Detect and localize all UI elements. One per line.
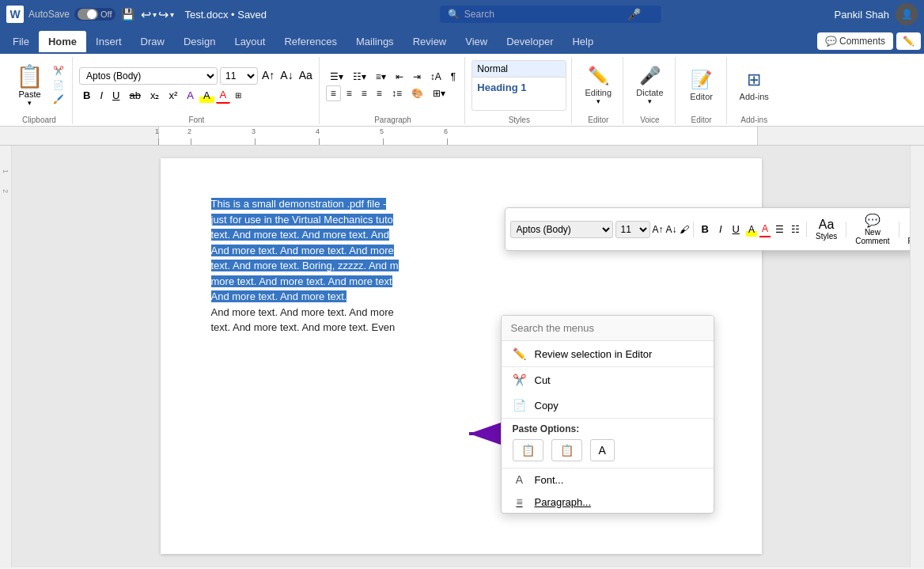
context-menu-search[interactable] [502, 316, 714, 341]
editing-dropdown-icon[interactable]: ▾ [596, 97, 600, 105]
save-button[interactable]: 💾 [120, 6, 136, 22]
cut-button[interactable]: ✂️ [50, 64, 67, 78]
paste-dropdown-icon[interactable]: ▾ [28, 99, 32, 107]
selected-text-3: text. And more text. And more text. And [211, 229, 389, 241]
tab-insert[interactable]: Insert [86, 31, 131, 52]
font-size-select[interactable]: 11 [220, 67, 258, 85]
tab-references[interactable]: References [275, 31, 346, 52]
tab-developer[interactable]: Developer [497, 31, 562, 52]
ctx-font[interactable]: A Font... [502, 468, 714, 491]
tab-draw[interactable]: Draw [131, 31, 174, 52]
ft-decrease-font-icon[interactable]: A↓ [666, 224, 677, 235]
ft-underline-button[interactable]: U [729, 222, 744, 237]
editing-control: ✏️ Editing ▾ [578, 57, 618, 113]
undo-button[interactable]: ↩ [141, 7, 151, 22]
microphone-icon: 🎤 [639, 66, 661, 86]
ft-styles-button[interactable]: Aa Styles [811, 216, 842, 242]
ctx-review-selection[interactable]: ✏️ Review selection in Editor [502, 341, 714, 366]
tab-help[interactable]: Help [562, 31, 603, 52]
tab-review[interactable]: Review [403, 31, 456, 52]
toolbar-separator-1 [693, 222, 694, 237]
dictate-dropdown-icon[interactable]: ▾ [648, 97, 652, 105]
editing-button-ribbon[interactable]: ✏️ Editing ▾ [578, 63, 618, 108]
ft-italic-button[interactable]: I [715, 222, 726, 237]
align-center-button[interactable]: ≡ [343, 85, 356, 101]
ft-increase-font-icon[interactable]: A↑ [653, 224, 664, 235]
doc-area[interactable]: This is a small demonstration .pdf file … [12, 146, 910, 567]
tab-home[interactable]: Home [39, 31, 86, 52]
microphone-icon[interactable]: 🎤 [627, 8, 641, 21]
ft-new-comment-button[interactable]: 💬 New Comment [850, 211, 894, 247]
paragraph-icon: ≡ [513, 495, 527, 508]
shading-button[interactable]: 🎨 [407, 85, 427, 101]
undo-dropdown-icon[interactable]: ▾ [153, 10, 157, 19]
increase-font-icon[interactable]: A↑ [260, 67, 276, 85]
ft-bold-button[interactable]: B [698, 222, 713, 237]
ft-bullets-icon[interactable]: ☰ [773, 222, 786, 237]
dictate-button[interactable]: 🎤 Dictate ▾ [630, 63, 669, 108]
ruler-tick-3: 3 [255, 138, 256, 145]
font-name-select[interactable]: Aptos (Body) [79, 67, 218, 85]
clipboard-group: 📋 Paste ▾ ✂️ 📄 🖌️ Clipboard [6, 57, 73, 124]
decrease-indent-button[interactable]: ⇤ [392, 70, 407, 84]
superscript-button[interactable]: x² [165, 88, 181, 103]
ctx-copy[interactable]: 📄 Copy [502, 393, 714, 418]
justify-button[interactable]: ≡ [373, 85, 386, 101]
editing-button[interactable]: ✏️ [896, 32, 921, 50]
ft-font-select[interactable]: Aptos (Body) [510, 221, 613, 238]
format-painter-button[interactable]: 🖌️ [50, 93, 67, 106]
ft-format-icon[interactable]: 🖌 [680, 224, 689, 235]
text-effect-button[interactable]: A [183, 88, 198, 103]
tab-layout[interactable]: Layout [225, 31, 275, 52]
tab-mailings[interactable]: Mailings [346, 31, 403, 52]
editor-group-label: Editor [691, 113, 711, 124]
numbering-button[interactable]: ☷▾ [349, 70, 370, 84]
font-color-button[interactable]: A [216, 87, 231, 104]
quick-access-dropdown[interactable]: ▾ [170, 10, 174, 19]
align-right-button[interactable]: ≡ [358, 85, 371, 101]
subscript-button[interactable]: x₂ [146, 88, 164, 103]
ctx-review-label: Review selection in Editor [535, 348, 653, 360]
ctx-cut[interactable]: ✂️ Cut [502, 367, 714, 393]
editor-button[interactable]: 📝 Editor [682, 66, 721, 104]
search-input[interactable] [464, 9, 623, 20]
tab-view[interactable]: View [456, 31, 497, 52]
highlight-button[interactable]: A [199, 88, 214, 103]
redo-button[interactable]: ↪ [158, 7, 169, 22]
multilevel-button[interactable]: ≡▾ [372, 70, 390, 84]
paste-text-only-button[interactable]: A [590, 439, 615, 461]
paste-merge-button[interactable]: 📋 [551, 439, 582, 461]
ft-font-color-icon[interactable]: A [759, 222, 771, 237]
addins-button[interactable]: ⊞ Add-ins [733, 66, 775, 104]
clear-format-icon[interactable]: Aa [297, 67, 314, 85]
borders-button[interactable]: ⊞▾ [429, 85, 449, 101]
strikethrough-button[interactable]: ab [125, 88, 144, 103]
tab-file[interactable]: File [3, 31, 39, 52]
paste-keep-source-button[interactable]: 📋 [513, 439, 543, 461]
ctx-paragraph[interactable]: ≡ Paragraph... [502, 491, 714, 513]
decrease-font-icon[interactable]: A↓ [278, 67, 294, 85]
ft-styles-label: Styles [816, 232, 837, 241]
align-left-button[interactable]: ≡ [326, 85, 341, 101]
underline-button[interactable]: U [108, 88, 123, 103]
ft-numbering-icon[interactable]: ☷ [789, 222, 802, 237]
increase-indent-button[interactable]: ⇥ [409, 70, 425, 84]
copy-button[interactable]: 📄 [50, 78, 67, 92]
tab-design[interactable]: Design [174, 31, 225, 52]
ft-size-select[interactable]: 11 [615, 221, 650, 238]
ft-highlight-icon[interactable]: A [746, 222, 757, 237]
sort-button[interactable]: ↕A [426, 70, 445, 84]
ruler: 1 2 3 4 5 6 [0, 127, 924, 146]
bullets-button[interactable]: ☰▾ [326, 70, 347, 84]
comments-button[interactable]: 💬 Comments [817, 32, 893, 50]
paste-button[interactable]: 📋 Paste ▾ [11, 60, 48, 110]
autosave-toggle[interactable]: Off [74, 8, 115, 21]
line-spacing-button[interactable]: ↕≡ [388, 85, 406, 101]
avatar[interactable]: 👤 [896, 3, 918, 25]
italic-button[interactable]: I [96, 88, 107, 103]
ft-line-spacing-button[interactable]: ↕≡ Line and Paragraph Spacing [903, 212, 910, 247]
bold-button[interactable]: B [79, 88, 94, 103]
clipboard-small-buttons: ✂️ 📄 🖌️ [50, 64, 67, 106]
font-group-dialog[interactable]: ⊞ [235, 91, 241, 100]
show-formatting-button[interactable]: ¶ [447, 70, 460, 84]
